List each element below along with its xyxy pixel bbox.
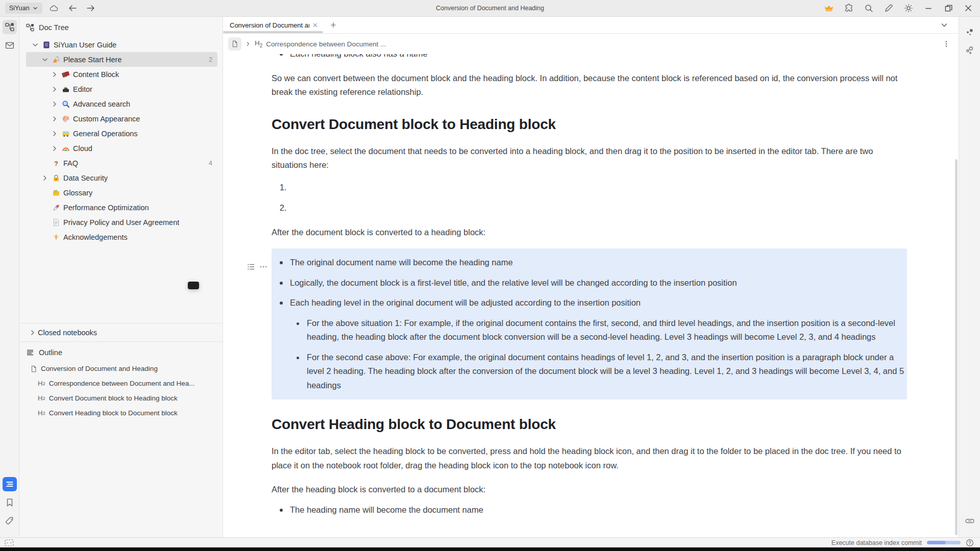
chevron-right-icon[interactable]	[51, 130, 59, 138]
palette-icon	[62, 115, 70, 123]
cloud-button[interactable]	[47, 2, 61, 14]
outline-item[interactable]: H2 Convert Document block to Heading blo…	[19, 391, 223, 406]
doc-tree-item[interactable]: Performance Optimization	[26, 200, 217, 215]
outline-item-label: Conversion of Document and Heading	[41, 365, 158, 372]
doc-tree-item-label: Content Block	[73, 70, 119, 79]
bullet-dot	[280, 282, 283, 285]
app-menu-button[interactable]: SiYuan	[5, 3, 42, 14]
outline-panel-icon	[26, 348, 34, 357]
child-count-badge: 2	[209, 56, 217, 63]
editor-scrollbar[interactable]	[955, 159, 958, 535]
doc-tree-item[interactable]: Content Block	[26, 67, 217, 82]
doc-tree-item[interactable]: Cloud	[26, 141, 217, 156]
help-icon[interactable]	[966, 539, 974, 547]
doc-tree-dock-button[interactable]	[3, 20, 17, 34]
doc-tree-item[interactable]: Acknowledgements	[26, 230, 217, 244]
bookmark-icon	[5, 498, 14, 507]
cloud-icon	[50, 4, 59, 13]
doc-tree-item-label: Editor	[73, 85, 92, 93]
editor[interactable]: Each heading block also has a name So we…	[223, 54, 959, 537]
closed-notebooks-row[interactable]: Closed notebooks	[19, 323, 223, 341]
document-content: Each heading block also has a name So we…	[272, 54, 907, 517]
clipped-bullet-item: Each heading block also has a name	[272, 54, 907, 61]
tab-list-chevron-icon[interactable]	[940, 21, 948, 29]
doc-tree-header[interactable]: Doc Tree	[19, 17, 223, 35]
breadcrumb-text[interactable]: Correspondence between Document ...	[266, 40, 386, 48]
graph-dock-button[interactable]	[963, 25, 977, 39]
chevron-right-icon[interactable]	[51, 85, 59, 93]
doc-tree-item[interactable]: Glossary	[26, 185, 217, 200]
chocolate-icon	[62, 70, 70, 79]
breadcrumb: H2 Correspondence between Document ...	[223, 34, 959, 54]
tab-close-icon[interactable]: ✕	[312, 21, 318, 29]
minimize-button[interactable]	[922, 2, 935, 14]
sidebar: Doc Tree SiYuan User Guide Please Start …	[19, 17, 223, 537]
doc-tree-item[interactable]: Data Security	[26, 170, 217, 185]
doc-tree-item[interactable]: ? FAQ 4	[26, 156, 217, 170]
search-button[interactable]	[862, 2, 875, 14]
breadcrumb-chevron-icon	[245, 41, 251, 47]
app-menu-label: SiYuan	[9, 5, 30, 12]
outline-dock-button[interactable]	[3, 477, 17, 491]
breadcrumb-doc-button[interactable]	[228, 37, 241, 51]
after-heading-paragraph: After the heading block is converted to …	[272, 483, 907, 497]
rainbow-icon	[62, 144, 70, 153]
ledger-icon	[52, 189, 60, 197]
global-graph-dock-button[interactable]	[963, 43, 977, 58]
chevron-right-icon[interactable]	[51, 70, 59, 79]
doc-tree-icon	[26, 23, 34, 32]
close-button[interactable]	[962, 2, 975, 14]
outline-item[interactable]: H2 Convert Heading block to Document blo…	[19, 406, 223, 420]
doc-tree: SiYuan User Guide Please Start Here 2 Co…	[19, 35, 223, 323]
drag-handle-icon[interactable]	[259, 262, 268, 271]
backlink-dock-button[interactable]	[963, 514, 977, 528]
crown-button[interactable]	[822, 2, 836, 14]
bullet-dot	[297, 322, 299, 325]
outline-item[interactable]: Conversion of Document and Heading	[19, 361, 223, 376]
back-arrow-button[interactable]	[66, 2, 79, 14]
chevron-right-icon[interactable]	[51, 144, 59, 153]
chevron-right-icon[interactable]	[51, 100, 59, 108]
forward-arrow-button[interactable]	[84, 2, 97, 14]
plugin-button[interactable]	[842, 2, 855, 14]
inbox-dock-button[interactable]	[3, 38, 17, 53]
doc-tree-item[interactable]: SiYuan User Guide	[26, 37, 217, 52]
maximize-button[interactable]	[942, 2, 955, 14]
new-tab-button[interactable]	[323, 17, 344, 33]
window-layout-icon[interactable]	[5, 538, 14, 547]
titlebar-controls	[822, 2, 975, 14]
bullet-dot	[297, 357, 299, 359]
doc-tree-item[interactable]: Custom Appearance	[26, 111, 217, 126]
tab-active[interactable]: Conversion of Document and Heading ✕	[223, 17, 323, 33]
outline-header[interactable]: Outline	[19, 342, 223, 360]
heading-level-marker: H2	[38, 409, 45, 417]
outline-item[interactable]: H2 Correspondence between Document and H…	[19, 376, 223, 391]
list-type-gutter-icon[interactable]	[247, 262, 256, 271]
doc-tree-item[interactable]: General Operations	[26, 126, 217, 141]
minimize-icon	[924, 4, 933, 13]
doc-tree-item-label: Cloud	[73, 144, 92, 153]
doc-tree-item[interactable]: Editor	[26, 82, 217, 96]
chevron-right-icon[interactable]	[51, 115, 59, 123]
doc-tree-item-label: General Operations	[73, 130, 138, 138]
document-page-icon	[30, 365, 37, 372]
doc-tree-item[interactable]: Privacy Policy and User Agreement	[26, 215, 217, 230]
chevron-down-icon[interactable]	[31, 41, 39, 49]
bus-icon	[62, 130, 70, 138]
chevron-down-icon[interactable]	[41, 56, 49, 64]
highlighted-block[interactable]: The original document name will become t…	[272, 248, 907, 399]
edit-button[interactable]	[882, 2, 895, 14]
bullet-item: The original document name will become t…	[272, 256, 907, 270]
chevron-right-icon[interactable]	[41, 174, 49, 182]
bookmark-dock-button[interactable]	[3, 495, 17, 510]
outline-panel: Outline Conversion of Document and Headi…	[19, 341, 223, 537]
doc-tree-item[interactable]: Advanced search	[26, 96, 217, 111]
theme-icon	[904, 4, 913, 13]
theme-button[interactable]	[902, 2, 915, 14]
more-vertical-icon[interactable]	[942, 40, 950, 48]
bullet-dot	[280, 509, 283, 512]
doc-tree-paragraph: In the doc tree, select the document tha…	[272, 144, 907, 172]
block-gutter	[247, 262, 268, 271]
tag-dock-button[interactable]	[3, 514, 17, 528]
doc-tree-item[interactable]: Please Start Here 2	[26, 52, 217, 67]
